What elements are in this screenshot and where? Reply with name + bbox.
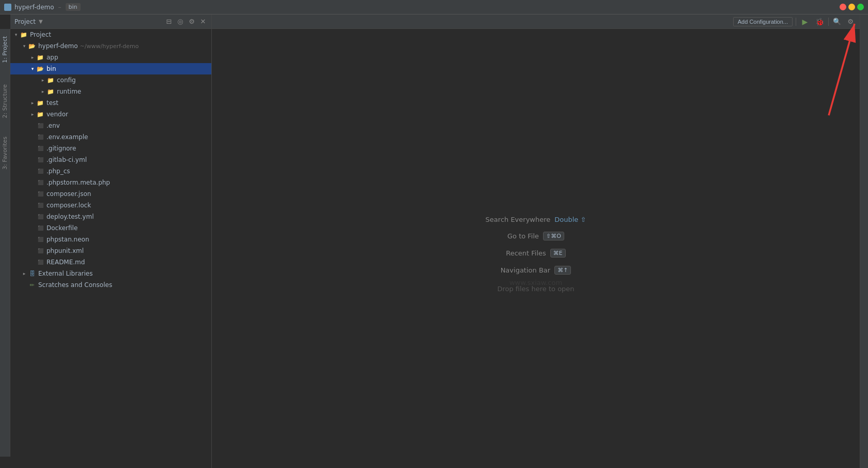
label-phpstan-neon: phpstan.neon — [47, 236, 89, 243]
goto-file-row: Go to File ⇧⌘O — [507, 232, 564, 240]
breadcrumb-sep: – — [58, 4, 61, 11]
tree-item-composer-lock[interactable]: ⬛ composer.lock — [10, 200, 211, 211]
recent-files-label: Recent Files — [506, 249, 546, 257]
folder-icon-vendor: 📁 — [36, 110, 44, 118]
tree-item-app[interactable]: 📁 app — [10, 52, 211, 63]
label-dockerfile: Dockerfile — [47, 224, 78, 232]
label-ext-libs: External Libraries — [38, 270, 92, 277]
arrow-phpstan-neon — [29, 236, 36, 243]
navbar-label: Navigation Bar — [501, 266, 550, 274]
editor-area: Add Configuration... ▶ 🐞 🔍 ⚙ Search Ever… — [212, 14, 860, 468]
label-hyperf-demo: hyperf-demo — [38, 42, 78, 50]
label-readme-md: README.md — [47, 259, 85, 266]
tree-item-composer-json[interactable]: ⬛ composer.json — [10, 188, 211, 200]
arrow-scratches — [21, 281, 28, 289]
arrow-readme-md — [29, 259, 36, 266]
label-deploy-test: deploy.test.yml — [47, 213, 94, 220]
svg-line-1 — [829, 24, 855, 115]
navbar-shortcut: ⌘↑ — [554, 266, 571, 275]
folder-icon-test: 📁 — [36, 99, 44, 107]
close-button[interactable] — [840, 4, 846, 10]
arrow-phpstorm-meta — [29, 179, 36, 186]
project-tab[interactable]: 1: Project — [0, 29, 10, 70]
tree-item-vendor[interactable]: 📁 vendor — [10, 109, 211, 120]
tree-item-hyperf-demo[interactable]: 📂 hyperf-demo ~/www/hyperf-demo — [10, 40, 211, 52]
settings-button[interactable]: ⚙ — [188, 18, 196, 26]
label-php-cs: .php_cs — [47, 168, 70, 175]
tree-item-test[interactable]: 📁 test — [10, 97, 211, 109]
tree-item-phpstan-neon[interactable]: ⬛ phpstan.neon — [10, 234, 211, 245]
json-icon-composer: ⬛ — [36, 190, 44, 198]
label-project-root: Project — [30, 31, 51, 38]
tree-item-php-cs[interactable]: ⬛ .php_cs — [10, 165, 211, 177]
tree-item-runtime[interactable]: 📁 runtime — [10, 86, 211, 97]
arrow-bin — [29, 65, 36, 72]
main-layout: 1: Project 2: Structure 3: Favorites Pro… — [0, 14, 868, 468]
label-phpstorm-meta: .phpstorm.meta.php — [47, 179, 110, 186]
label-scratches: Scratches and Consoles — [38, 281, 112, 289]
git-icon: ⬛ — [36, 144, 44, 153]
search-everywhere-row: Search Everywhere Double ⇧ — [486, 216, 586, 223]
label-bin: bin — [47, 65, 56, 72]
tree-item-gitlab-ci[interactable]: ⬛ .gitlab-ci.yml — [10, 154, 211, 165]
panel-title: Project — [14, 18, 36, 25]
app-icon — [4, 4, 11, 11]
folder-icon-app: 📁 — [36, 53, 44, 62]
hide-panel-button[interactable]: ✕ — [199, 18, 207, 26]
yaml-icon-deploy: ⬛ — [36, 213, 44, 221]
docker-icon: ⬛ — [36, 224, 44, 232]
label-composer-lock: composer.lock — [47, 202, 91, 209]
tree-item-scratches[interactable]: ✏ Scratches and Consoles — [10, 279, 211, 291]
locate-file-button[interactable]: ◎ — [176, 18, 184, 26]
tree-item-readme-md[interactable]: ⬛ README.md — [10, 256, 211, 268]
project-tab-label: 1: Project — [2, 36, 8, 63]
tree-item-phpunit-xml[interactable]: ⬛ phpunit.xml — [10, 245, 211, 256]
folder-icon-hyperf-demo: 📂 — [28, 42, 36, 50]
arrow-gitignore — [29, 145, 36, 152]
favorites-tab-label: 3: Favorites — [2, 137, 8, 170]
tree-item-config[interactable]: 📁 config — [10, 74, 211, 86]
recent-files-shortcut: ⌘E — [550, 249, 566, 258]
maximize-button[interactable] — [857, 4, 864, 10]
collapse-all-button[interactable]: ⊟ — [165, 18, 173, 26]
tree-item-dockerfile[interactable]: ⬛ Dockerfile — [10, 222, 211, 234]
favorites-tab[interactable]: 3: Favorites — [0, 132, 10, 174]
tree-item-env[interactable]: ⬛ .env — [10, 120, 211, 131]
search-everywhere-shortcut: Double ⇧ — [554, 216, 586, 223]
label-config: config — [57, 77, 76, 84]
arrow-vendor — [29, 111, 36, 118]
label-runtime: runtime — [57, 88, 81, 95]
tree-item-bin[interactable]: 📂 bin — [10, 63, 211, 74]
arrow-gitlab-ci — [29, 156, 36, 163]
navbar-row: Navigation Bar ⌘↑ — [501, 266, 571, 275]
tree-item-env-example[interactable]: ⬛ .env.example — [10, 131, 211, 143]
panel-toolbar-right: ⊟ ◎ ⚙ ✕ — [165, 18, 207, 26]
label-phpunit-xml: phpunit.xml — [47, 247, 84, 254]
scratches-icon: ✏ — [28, 281, 36, 289]
panel-toolbar: Project ▼ ⊟ ◎ ⚙ ✕ — [10, 14, 211, 29]
folder-icon-runtime: 📁 — [47, 87, 55, 96]
minimize-button[interactable] — [848, 4, 855, 10]
recent-files-row: Recent Files ⌘E — [506, 249, 566, 258]
yaml-icon-gitlab: ⬛ — [36, 156, 44, 164]
label-gitignore: .gitignore — [47, 145, 76, 152]
red-arrow-annotation — [715, 14, 860, 118]
tree-item-phpstorm-meta[interactable]: ⬛ .phpstorm.meta.php — [10, 177, 211, 188]
arrow-config — [39, 77, 47, 84]
structure-tab[interactable]: 2: Structure — [0, 81, 10, 122]
label-test: test — [47, 99, 58, 107]
file-tree: 📁 Project 📂 hyperf-demo ~/www/hyperf-dem… — [10, 29, 211, 468]
arrow-test — [29, 99, 36, 107]
tree-item-deploy-test[interactable]: ⬛ deploy.test.yml — [10, 211, 211, 222]
arrow-php-cs — [29, 168, 36, 175]
tree-item-gitignore[interactable]: ⬛ .gitignore — [10, 143, 211, 154]
arrow-composer-json — [29, 190, 36, 198]
label-gitlab-ci: .gitlab-ci.yml — [47, 156, 87, 163]
panel-title-arrow[interactable]: ▼ — [39, 19, 43, 24]
tree-item-project-root[interactable]: 📁 Project — [10, 29, 211, 40]
lock-icon: ⬛ — [36, 201, 44, 209]
right-strip — [860, 14, 868, 468]
label-env: .env — [47, 122, 60, 129]
label-env-example: .env.example — [47, 133, 88, 141]
tree-item-ext-libs[interactable]: 🗄 External Libraries — [10, 268, 211, 279]
